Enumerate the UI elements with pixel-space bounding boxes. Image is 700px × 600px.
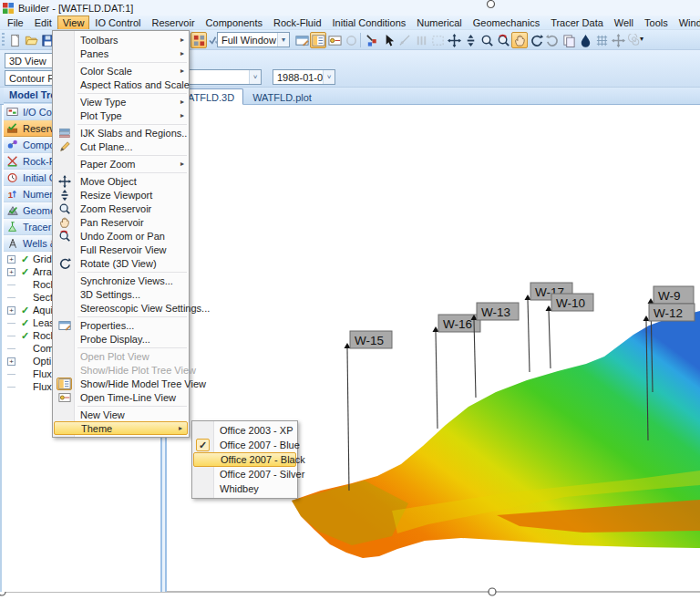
menu-item-resize-viewport[interactable]: Resize Viewport [53, 188, 189, 202]
probe-icon[interactable] [364, 32, 380, 48]
menu-item-3d-settings[interactable]: 3D Settings... [53, 287, 189, 301]
menu-item-full-reservoir-view[interactable]: Full Reservoir View [53, 243, 189, 256]
tree-dash [7, 374, 15, 375]
menu-tracer-data[interactable]: Tracer Data [545, 16, 609, 29]
menu-separator [77, 62, 187, 63]
menu-geomechanics[interactable]: Geomechanics [468, 16, 545, 29]
menu-item-rotate-3d-view[interactable]: Rotate (3D View) [53, 256, 189, 270]
theme-option-office-2007-silver[interactable]: Office 2007 - Silver [192, 467, 297, 481]
menu-item-open-plot-view[interactable]: Open Plot View [53, 349, 189, 363]
move-object-icon[interactable] [446, 32, 462, 48]
chevron-down-icon[interactable]: ˅ [323, 70, 335, 84]
menu-tools[interactable]: Tools [639, 16, 674, 29]
rotate-cw-icon[interactable] [544, 32, 561, 48]
well-marker-icon [643, 316, 650, 321]
open-folder-icon[interactable] [23, 32, 39, 48]
expand-icon[interactable]: + [7, 255, 15, 264]
pointer-icon[interactable] [380, 32, 396, 48]
menu-io-control[interactable]: IO Control [89, 16, 146, 29]
slope-icon[interactable] [396, 32, 413, 48]
menu-item-stereoscopic-view-settings[interactable]: Stereoscopic View Settings... [53, 301, 189, 315]
rock-fluid-icon [6, 155, 19, 168]
expand-icon[interactable]: + [7, 306, 15, 315]
menu-edit[interactable]: Edit [29, 16, 57, 29]
theme-option-office-2003-xp[interactable]: Office 2003 - XP [192, 423, 297, 438]
menu-reservoir[interactable]: Reservoir [147, 16, 201, 29]
dashed-rect-icon[interactable] [429, 32, 446, 48]
toolbar-grip[interactable] [2, 33, 5, 47]
tracer-data-icon [6, 221, 19, 233]
pages-icon[interactable] [561, 32, 577, 48]
menu-item-show-hide-plot-tree-view[interactable]: Show/Hide Plot Tree View [53, 363, 189, 377]
well-marker-icon [525, 295, 531, 300]
menu-item-view-type[interactable]: View Type▸ [53, 95, 189, 109]
viewport-handle-top[interactable] [484, 0, 499, 9]
menu-item-pan-reservoir[interactable]: Pan Reservoir [53, 215, 189, 229]
menu-item-theme[interactable]: Theme▸ [54, 421, 188, 435]
properties-window-icon[interactable] [293, 32, 310, 48]
menu-item-properties[interactable]: Properties... [53, 318, 189, 332]
menu-item-open-time-line-view[interactable]: Open Time-Line View [53, 390, 189, 404]
menu-item-toolbars[interactable]: Toolbars▸ [53, 33, 189, 47]
menu-item-aspect-ratios-and-scale[interactable]: Aspect Ratios and Scale [53, 78, 189, 91]
menu-item-panes[interactable]: Panes▸ [53, 47, 189, 60]
menu-bar: FileEditViewIO ControlReservoirComponent… [0, 16, 700, 30]
menu-item-synchronize-views[interactable]: Synchronize Views... [53, 274, 189, 287]
chevron-down-icon[interactable]: ˅ [249, 70, 261, 84]
menu-rock-fluid[interactable]: Rock-Fluid [268, 16, 327, 29]
menu-item-undo-zoom-or-pan[interactable]: Undo Zoom or Pan [53, 229, 189, 243]
menu-components[interactable]: Components [201, 16, 268, 29]
viewport-handle-bottom[interactable] [489, 588, 496, 595]
properties-window-icon [57, 319, 72, 332]
menu-well[interactable]: Well [609, 16, 639, 29]
date-combo[interactable]: 1988-01-01 ˅ [273, 69, 335, 85]
model-tree-panel-icon[interactable] [310, 32, 326, 48]
time-line-icon [57, 391, 72, 404]
resize-viewport-icon[interactable] [462, 32, 479, 48]
window-mode-combo[interactable]: Full Window ▾ [217, 32, 290, 47]
theme-option-office-2007-blue[interactable]: ✓Office 2007 - Blue [192, 438, 297, 452]
droplet-icon[interactable] [577, 32, 593, 48]
grid-fence-icon[interactable] [593, 32, 610, 48]
well-marker-icon [345, 343, 351, 348]
menu-initial-conditions[interactable]: Initial Conditions [327, 16, 412, 29]
theme-option-whidbey[interactable]: Whidbey [192, 481, 297, 496]
grid-toggle-icon[interactable] [190, 32, 207, 48]
well-trajectory [528, 300, 530, 372]
menu-item-paper-zoom[interactable]: Paper Zoom▸ [53, 157, 189, 171]
pan-hand-icon[interactable] [511, 32, 528, 48]
theme-option-office-2007-black[interactable]: Office 2007 - Black [193, 452, 296, 467]
expand-icon[interactable]: + [7, 268, 15, 276]
menu-item-show-hide-model-tree-view[interactable]: Show/Hide Model Tree View [53, 377, 189, 390]
rotate-ccw-icon[interactable] [528, 32, 544, 48]
menu-numerical[interactable]: Numerical [411, 16, 468, 29]
new-file-icon[interactable] [6, 32, 23, 48]
menu-item-cut-plane[interactable]: Cut Plane... [53, 140, 189, 153]
fence-icon[interactable] [413, 32, 429, 48]
well-w-13: W-13 [471, 303, 520, 398]
menu-item-plot-type[interactable]: Plot Type▸ [53, 109, 189, 122]
well-label: W-13 [481, 305, 510, 319]
reservoir-icon [6, 122, 19, 135]
time-line-icon[interactable] [326, 32, 343, 48]
menu-item-ijk-slabs-and-regions[interactable]: IJK Slabs and Regions.. [53, 126, 189, 140]
tree-dash [7, 387, 15, 388]
menu-view[interactable]: View [57, 16, 90, 29]
expand-icon[interactable]: + [7, 357, 15, 366]
tab-watfld-plot[interactable]: WATFLD.plot [243, 88, 321, 105]
menu-item-new-view[interactable]: New View [53, 408, 189, 421]
circle-icon[interactable] [343, 32, 359, 48]
menu-window[interactable]: Window [674, 16, 700, 29]
menu-item-move-object[interactable]: Move Object [53, 174, 189, 188]
zoom-icon[interactable] [479, 32, 495, 48]
menu-item-color-scale[interactable]: Color Scale▸ [53, 64, 189, 78]
tree-dash [7, 284, 15, 285]
menu-file[interactable]: File [2, 16, 29, 29]
move-object-icon[interactable] [610, 32, 626, 48]
menu-item-zoom-reservoir[interactable]: Zoom Reservoir [53, 202, 189, 215]
toolbar-separator [360, 33, 361, 47]
toolbar-overflow-icon[interactable]: ▾ [640, 35, 643, 43]
zoom-undo-icon[interactable] [495, 32, 511, 48]
chevron-down-icon[interactable]: ▾ [277, 33, 289, 47]
menu-item-probe-display[interactable]: Probe Display... [53, 332, 189, 346]
